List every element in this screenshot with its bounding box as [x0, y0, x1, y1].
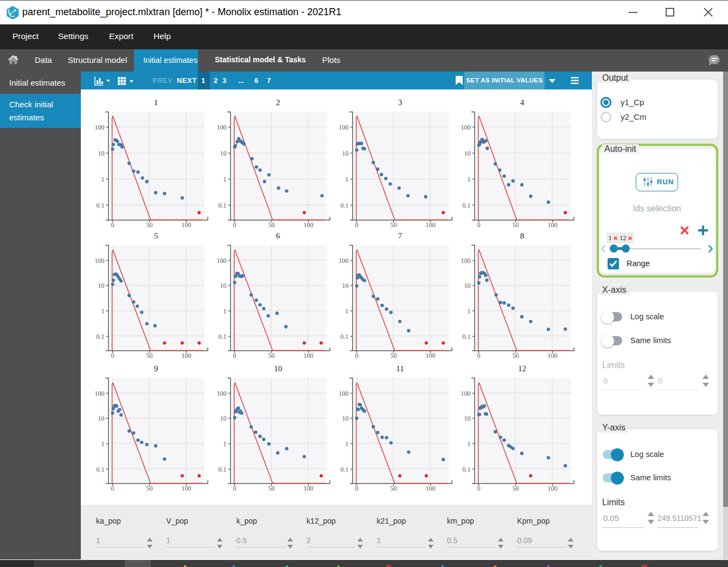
svg-text:0.1: 0.1	[219, 466, 227, 473]
svg-text:0.1: 0.1	[219, 202, 227, 209]
svg-text:0.1: 0.1	[341, 466, 349, 473]
svg-text:1: 1	[468, 307, 471, 314]
svg-text:100: 100	[426, 485, 436, 492]
svg-text:100: 100	[182, 351, 191, 359]
svg-text:10: 10	[464, 415, 471, 422]
svg-text:2: 2	[276, 98, 280, 107]
svg-text:0: 0	[477, 485, 481, 492]
svg-text:0: 0	[111, 485, 114, 492]
svg-text:1: 1	[468, 440, 471, 448]
svg-text:7: 7	[398, 231, 403, 240]
svg-text:1: 1	[346, 307, 349, 314]
svg-text:10: 10	[98, 281, 105, 289]
svg-text:10: 10	[98, 415, 105, 422]
svg-text:0: 0	[233, 485, 237, 492]
svg-text:100: 100	[95, 124, 105, 131]
svg-text:50: 50	[146, 485, 153, 492]
svg-text:0.1: 0.1	[341, 202, 349, 209]
svg-text:50: 50	[391, 351, 397, 359]
svg-text:3: 3	[398, 98, 403, 107]
svg-text:100: 100	[304, 485, 314, 492]
svg-text:10: 10	[464, 281, 471, 289]
svg-text:0.1: 0.1	[463, 332, 471, 340]
svg-text:8: 8	[520, 231, 525, 240]
svg-text:5: 5	[154, 231, 158, 240]
svg-text:12: 12	[518, 364, 526, 373]
svg-text:0: 0	[233, 351, 237, 359]
svg-text:1: 1	[101, 307, 105, 314]
svg-text:100: 100	[182, 485, 191, 492]
svg-text:10: 10	[464, 150, 471, 157]
svg-text:100: 100	[217, 256, 227, 264]
svg-text:10: 10	[342, 150, 349, 157]
svg-text:0.1: 0.1	[97, 332, 105, 340]
svg-text:100: 100	[426, 351, 436, 359]
svg-text:0: 0	[355, 485, 359, 492]
svg-text:50: 50	[513, 351, 519, 359]
svg-text:100: 100	[339, 256, 349, 264]
svg-text:100: 100	[304, 351, 314, 359]
svg-text:0: 0	[355, 351, 359, 359]
svg-text:50: 50	[391, 485, 397, 492]
svg-text:10: 10	[220, 150, 227, 157]
svg-text:1: 1	[468, 176, 471, 183]
svg-text:100: 100	[95, 390, 105, 397]
svg-text:10: 10	[220, 415, 227, 422]
svg-text:10: 10	[220, 281, 227, 289]
svg-text:4: 4	[520, 98, 525, 107]
svg-text:1: 1	[223, 440, 227, 448]
svg-text:1: 1	[154, 98, 158, 107]
svg-text:100: 100	[548, 351, 558, 359]
svg-text:50: 50	[146, 351, 153, 359]
svg-text:50: 50	[513, 485, 519, 492]
svg-text:100: 100	[339, 390, 349, 397]
svg-text:1: 1	[101, 176, 105, 183]
svg-text:1: 1	[101, 440, 105, 448]
svg-text:0: 0	[477, 351, 481, 359]
svg-text:100: 100	[461, 124, 471, 131]
svg-text:100: 100	[461, 390, 471, 397]
svg-text:50: 50	[269, 351, 275, 359]
svg-text:6: 6	[276, 231, 280, 240]
svg-text:100: 100	[461, 256, 471, 264]
svg-text:10: 10	[98, 150, 105, 157]
svg-text:10: 10	[342, 281, 349, 289]
svg-text:0.1: 0.1	[463, 202, 471, 209]
svg-text:0.1: 0.1	[97, 466, 105, 473]
svg-text:1: 1	[346, 440, 349, 448]
svg-text:100: 100	[339, 124, 349, 131]
svg-text:11: 11	[396, 364, 404, 373]
svg-text:0.1: 0.1	[341, 332, 349, 340]
svg-text:50: 50	[269, 485, 275, 492]
svg-text:1: 1	[223, 176, 227, 183]
svg-text:100: 100	[548, 485, 558, 492]
svg-text:1: 1	[223, 307, 227, 314]
svg-text:0.1: 0.1	[219, 332, 227, 340]
svg-text:100: 100	[217, 390, 227, 397]
svg-text:10: 10	[274, 364, 282, 373]
svg-text:100: 100	[95, 256, 105, 264]
svg-text:0: 0	[111, 351, 114, 359]
svg-text:0.1: 0.1	[97, 202, 105, 209]
svg-text:1: 1	[346, 176, 349, 183]
svg-text:10: 10	[342, 415, 349, 422]
svg-text:100: 100	[217, 124, 227, 131]
svg-text:9: 9	[154, 364, 158, 373]
svg-text:0.1: 0.1	[463, 466, 471, 473]
